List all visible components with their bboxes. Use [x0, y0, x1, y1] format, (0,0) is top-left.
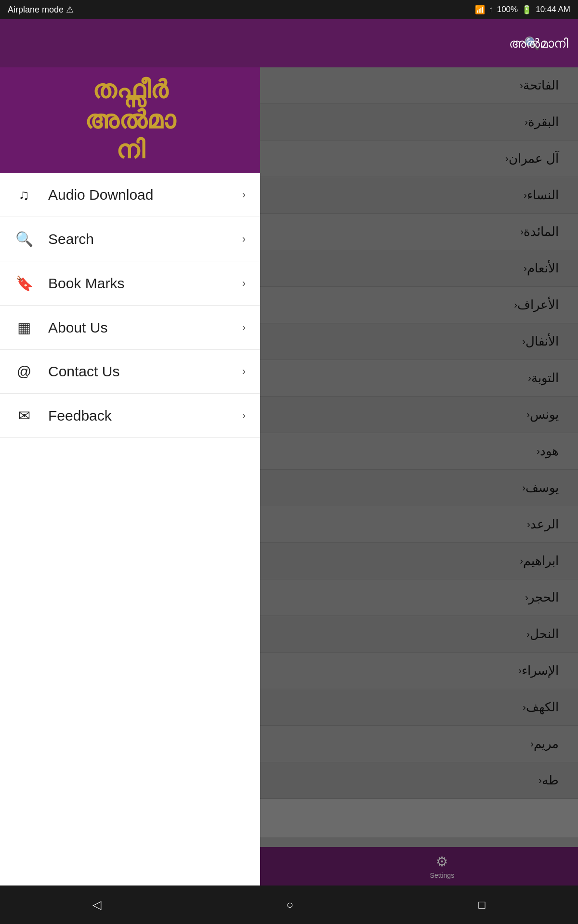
contact-label: Contact Us: [48, 363, 228, 380]
time-label: 10:44 AM: [536, 5, 570, 14]
contact-icon: @: [14, 363, 34, 380]
android-nav: ◁ ○ □: [0, 886, 578, 924]
status-bar: Airplane mode ⚠ 📶 ↑ 100% 🔋 10:44 AM: [0, 0, 578, 19]
status-bar-left: Airplane mode ⚠: [8, 4, 74, 15]
back-button[interactable]: ◁: [92, 898, 101, 911]
menu-item-contact[interactable]: @ Contact Us ›: [0, 350, 260, 394]
airplane-mode-label: Airplane mode ⚠: [8, 4, 74, 15]
home-button[interactable]: ○: [286, 898, 293, 911]
menu-item-feedback[interactable]: ✉ Feedback ›: [0, 394, 260, 438]
wifi-icon: 📶: [475, 5, 485, 15]
audio-icon: ♫: [14, 187, 34, 203]
search-arrow: ›: [242, 233, 246, 245]
logo-text: തഫ്സീർഅൽമാനി: [85, 75, 175, 165]
feedback-label: Feedback: [48, 408, 228, 424]
overlay[interactable]: [260, 67, 578, 886]
battery-label: 100%: [497, 5, 518, 14]
bookmark-icon: 🔖: [14, 275, 34, 292]
menu-item-about[interactable]: ▦ About Us ›: [0, 306, 260, 350]
about-icon: ▦: [14, 319, 34, 336]
arrow-icon: ↑: [489, 5, 493, 14]
main-layout: തഫ്സീർഅൽമാനി ♫ Audio Download › 🔍 Search…: [0, 67, 578, 886]
feedback-icon: ✉: [14, 407, 34, 424]
app-header: 🔍 അൽമാനി: [0, 19, 578, 67]
search-label: Search: [48, 231, 228, 247]
menu-item-bookmarks[interactable]: 🔖 Book Marks ›: [0, 261, 260, 306]
about-label: About Us: [48, 320, 228, 336]
header-title: അൽമാനി: [509, 36, 568, 51]
battery-icon: 🔋: [522, 5, 532, 15]
sidebar-logo: തഫ്സീർഅൽമാനി: [0, 67, 260, 173]
menu-item-search[interactable]: 🔍 Search ›: [0, 217, 260, 261]
sidebar: തഫ്സീർഅൽമാനി ♫ Audio Download › 🔍 Search…: [0, 67, 260, 886]
bookmarks-arrow: ›: [242, 277, 246, 290]
search-icon: 🔍: [14, 231, 34, 247]
audio-label: Audio Download: [48, 187, 228, 203]
recent-button[interactable]: □: [478, 898, 486, 911]
right-content: › الفاتحة › البقرة › آل عمران › النساء ›…: [260, 67, 578, 886]
about-arrow: ›: [242, 321, 246, 334]
menu-item-audio[interactable]: ♫ Audio Download ›: [0, 173, 260, 217]
bookmarks-label: Book Marks: [48, 275, 228, 292]
audio-arrow: ›: [242, 189, 246, 201]
feedback-arrow: ›: [242, 410, 246, 422]
contact-arrow: ›: [242, 365, 246, 378]
status-bar-right: 📶 ↑ 100% 🔋 10:44 AM: [475, 5, 570, 15]
